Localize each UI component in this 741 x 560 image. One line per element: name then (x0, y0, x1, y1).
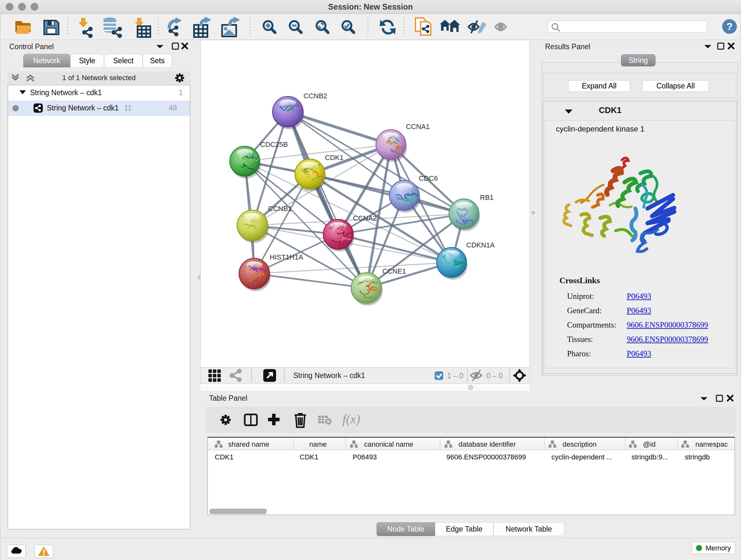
svg-text:namespac: namespac (695, 440, 728, 448)
svg-text:cyclin-dependent ...: cyclin-dependent ... (551, 453, 612, 461)
svg-text:canonical name: canonical name (364, 440, 413, 448)
svg-text:name: name (309, 440, 327, 448)
svg-text:CCNA1: CCNA1 (406, 123, 430, 131)
svg-text:database identifier: database identifier (459, 440, 516, 448)
svg-text:?: ? (726, 21, 733, 32)
svg-text:stringdb:9...: stringdb:9... (631, 453, 668, 461)
svg-text:f(x): f(x) (342, 412, 360, 426)
svg-text:stringdb: stringdb (685, 453, 710, 461)
svg-text:CCNA2: CCNA2 (353, 214, 377, 222)
svg-text:CCNB1: CCNB1 (268, 205, 292, 212)
svg-text:CDKN1A: CDKN1A (466, 241, 495, 249)
svg-text:CCNE1: CCNE1 (382, 267, 406, 275)
svg-text:RB1: RB1 (480, 193, 494, 201)
svg-text:0 – 0: 0 – 0 (486, 372, 502, 380)
svg-text:CDK1: CDK1 (300, 453, 319, 461)
svg-text:HIST1H1A: HIST1H1A (270, 253, 303, 261)
svg-text:@id: @id (643, 440, 656, 448)
svg-text:CDK1: CDK1 (325, 153, 344, 162)
svg-text:description: description (562, 440, 596, 448)
svg-text:CDK1: CDK1 (215, 453, 233, 461)
svg-text:CCNB2: CCNB2 (304, 92, 327, 100)
svg-text:P06493: P06493 (353, 453, 377, 461)
svg-text:String Network – cdk1: String Network – cdk1 (293, 371, 365, 380)
svg-text:CDC25B: CDC25B (260, 140, 288, 148)
svg-text:shared name: shared name (228, 440, 269, 448)
svg-text:1 – 0: 1 – 0 (447, 372, 463, 380)
svg-text:9606.ENSP00000378699: 9606.ENSP00000378699 (447, 453, 526, 461)
svg-text:CDC6: CDC6 (419, 174, 438, 182)
